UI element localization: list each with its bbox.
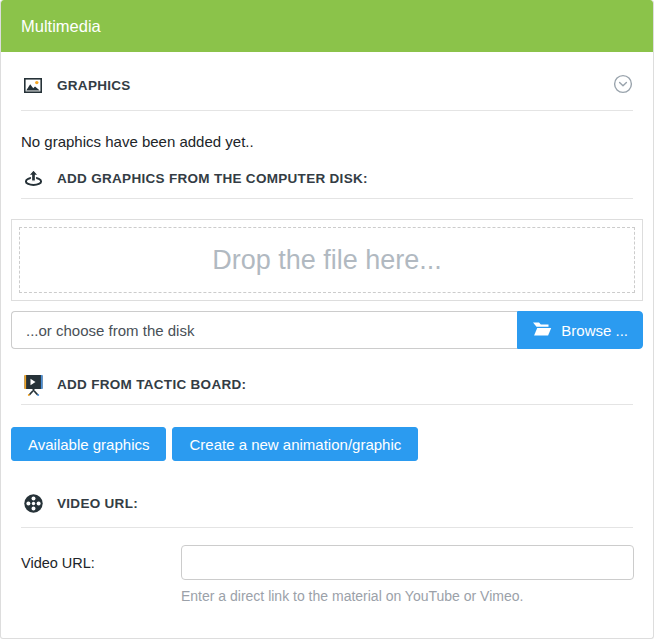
add-from-disk-title: ADD GRAPHICS FROM THE COMPUTER DISK: [57, 171, 368, 186]
file-choose-row: Browse ... [11, 311, 643, 349]
browse-button[interactable]: Browse ... [517, 311, 643, 349]
divider [21, 527, 633, 528]
collapse-section-button[interactable] [613, 74, 633, 97]
image-icon [21, 78, 45, 93]
graphics-section-header: GRAPHICS [21, 52, 633, 110]
panel-header: Multimedia [1, 0, 653, 52]
file-dropzone[interactable]: Drop the file here... [11, 219, 643, 301]
video-url-helper-text: Enter a direct link to the material on Y… [181, 588, 634, 604]
video-url-title: VIDEO URL: [57, 496, 138, 511]
available-graphics-button[interactable]: Available graphics [11, 427, 166, 461]
upload-icon [21, 169, 45, 187]
file-dropzone-inner: Drop the file here... [19, 227, 635, 293]
video-url-label: Video URL: [21, 555, 181, 571]
divider [21, 110, 633, 111]
video-url-header: VIDEO URL: [21, 493, 633, 527]
file-name-input[interactable] [11, 311, 517, 349]
graphics-empty-message: No graphics have been added yet.. [21, 133, 633, 150]
panel-title: Multimedia [21, 17, 101, 36]
dropzone-text: Drop the file here... [212, 245, 442, 276]
tactic-board-title: ADD FROM TACTIC BOARD: [57, 377, 246, 392]
multimedia-panel: Multimedia GRAPHICS No graphics have bee… [0, 0, 654, 639]
tactic-board-header: ADD FROM TACTIC BOARD: [21, 373, 633, 404]
divider [21, 404, 633, 405]
film-reel-icon [21, 493, 45, 514]
tactic-board-icon [21, 373, 45, 396]
chevron-down-icon [613, 74, 633, 97]
graphics-section-title: GRAPHICS [57, 78, 131, 93]
video-url-form-row: Video URL: [21, 545, 634, 580]
create-animation-button[interactable]: Create a new animation/graphic [172, 427, 418, 461]
divider [21, 198, 633, 199]
tactic-board-actions: Available graphics Create a new animatio… [11, 427, 643, 461]
browse-button-label: Browse ... [561, 322, 628, 339]
open-folder-icon [532, 321, 552, 340]
add-from-disk-header: ADD GRAPHICS FROM THE COMPUTER DISK: [21, 169, 633, 198]
video-url-input[interactable] [181, 545, 634, 580]
